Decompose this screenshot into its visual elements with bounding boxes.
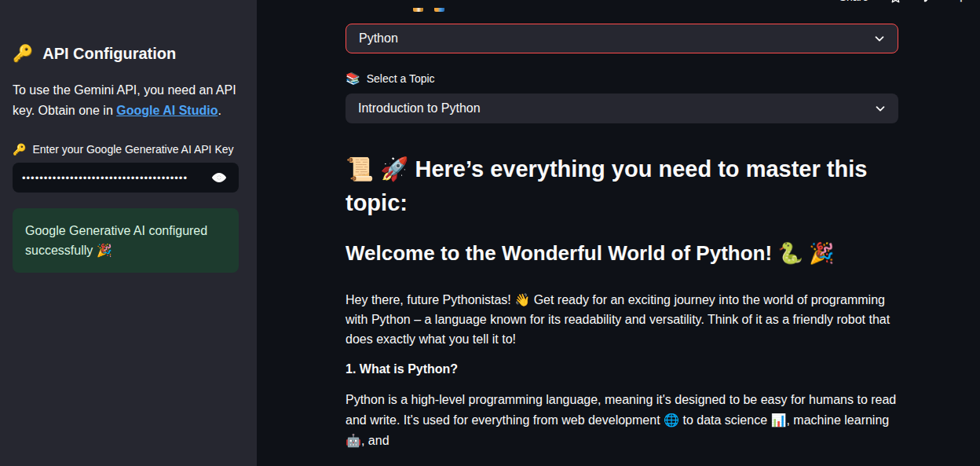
share-button[interactable]: Share (839, 0, 868, 3)
key-icon: 🔑 (13, 143, 26, 156)
body-paragraph: Python is a high-level programming langu… (346, 390, 898, 451)
api-key-field-container (13, 163, 239, 193)
content-column: Python 📚 Select a Topic Introduction to … (346, 0, 898, 451)
intro-paragraph: Hey there, future Pythonistas! 👋 Get rea… (346, 290, 898, 349)
sidebar: 🔑 API Configuration To use the Gemini AP… (0, 0, 257, 466)
topic-label-text: Select a Topic (367, 72, 435, 85)
topic-welcome-heading: Welcome to the Wonderful World of Python… (346, 237, 898, 270)
api-key-input[interactable] (22, 172, 206, 184)
main-content-area: Share ⋮ Python 📚 Select a Topic Int (257, 0, 980, 466)
app-toolbar: Share ⋮ (839, 0, 967, 7)
topic-select-value: Introduction to Python (358, 101, 481, 116)
section-subheading: 1. What is Python? (346, 362, 898, 376)
topic-main-heading: 📜 🚀 Here’s everything you need to master… (346, 152, 898, 220)
clipped-language-label (413, 8, 898, 13)
clipped-emoji-fragment (434, 8, 444, 12)
api-key-label: 🔑 Enter your Google Generative AI API Ke… (13, 143, 244, 156)
pencil-icon[interactable] (923, 0, 934, 3)
success-message: Google Generative AI configured successf… (25, 224, 207, 257)
sidebar-title: 🔑 API Configuration (13, 44, 244, 63)
intro-suffix: . (218, 104, 221, 117)
clipped-emoji-fragment (413, 8, 423, 12)
language-select-value: Python (359, 31, 398, 46)
topic-select-label: 📚 Select a Topic (346, 72, 898, 86)
api-key-label-text: Enter your Google Generative AI API Key (32, 143, 233, 156)
google-ai-studio-link[interactable]: Google AI Studio (116, 104, 218, 117)
chevron-down-icon (873, 101, 887, 116)
books-icon: 📚 (346, 72, 360, 86)
chevron-down-icon (872, 31, 887, 46)
topic-selectbox[interactable]: Introduction to Python (346, 94, 898, 123)
key-icon: 🔑 (13, 44, 33, 63)
star-icon[interactable] (889, 0, 902, 4)
show-password-button[interactable] (206, 166, 232, 189)
kebab-menu-icon[interactable]: ⋮ (955, 0, 967, 3)
eye-icon (210, 169, 228, 186)
language-selectbox[interactable]: Python (346, 24, 898, 53)
sidebar-title-text: API Configuration (42, 45, 176, 63)
success-alert: Google Generative AI configured successf… (13, 208, 239, 273)
sidebar-intro-text: To use the Gemini API, you need an API k… (13, 80, 244, 121)
